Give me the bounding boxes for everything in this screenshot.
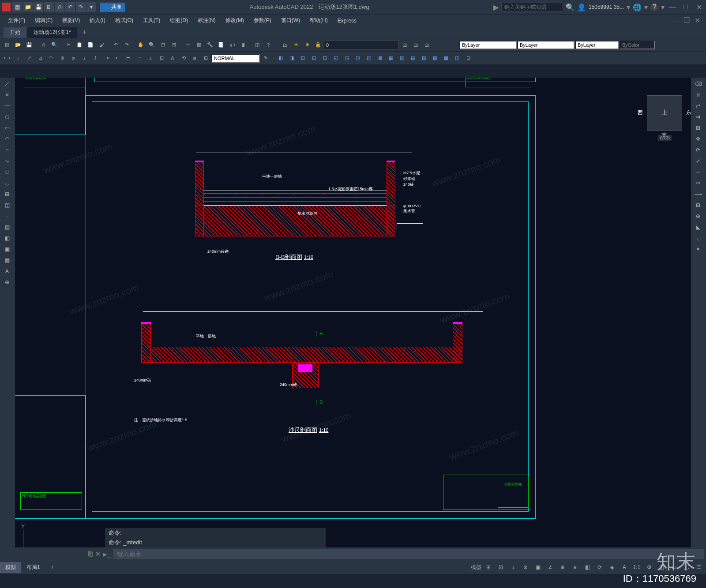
tool-polygon[interactable]: ⬠ bbox=[1, 112, 13, 122]
tb-m14[interactable]: ▧ bbox=[419, 53, 429, 63]
tb-layermatch[interactable]: 🗂 bbox=[421, 40, 432, 50]
tb-sheet[interactable]: 📑 bbox=[216, 40, 226, 50]
qat-redo[interactable]: ↷ bbox=[76, 2, 86, 12]
layer-dropdown[interactable] bbox=[324, 41, 399, 49]
st-scale[interactable]: 1:1 bbox=[631, 562, 642, 573]
tb-help[interactable]: ? bbox=[263, 40, 274, 50]
cmd-close-icon[interactable]: ✕ bbox=[95, 551, 101, 558]
menu-insert[interactable]: 插入(I) bbox=[85, 15, 109, 26]
tool-offset[interactable]: ⇉ bbox=[692, 112, 704, 122]
tb-dim3[interactable]: ⤢ bbox=[24, 53, 34, 63]
tb-dim7[interactable]: ⌀ bbox=[68, 53, 79, 63]
qat-more[interactable]: ▾ bbox=[86, 2, 96, 12]
tool-rect[interactable]: ▭ bbox=[1, 123, 13, 133]
linetype-select[interactable] bbox=[517, 41, 575, 49]
lineweight-select[interactable] bbox=[575, 41, 619, 49]
tb-print[interactable]: ⎙ bbox=[38, 40, 49, 50]
st-trans[interactable]: ◧ bbox=[582, 562, 593, 573]
tool-table[interactable]: ▦ bbox=[1, 255, 13, 266]
tb-zoom[interactable]: 🔍 bbox=[146, 40, 157, 50]
tool-line[interactable]: ／ bbox=[1, 79, 13, 89]
tb-dim13[interactable]: ⊣ bbox=[134, 53, 145, 63]
qat-new[interactable]: ▤ bbox=[12, 2, 22, 12]
tb-dimstyle[interactable]: ✎ bbox=[260, 53, 271, 63]
tb-pan[interactable]: ✋ bbox=[135, 40, 146, 50]
menu-help[interactable]: 帮助(H) bbox=[305, 15, 332, 26]
autodesk-app-icon[interactable]: 🌐 bbox=[633, 3, 642, 11]
tool-xline[interactable]: ✕ bbox=[1, 90, 13, 100]
st-cycle[interactable]: ⟳ bbox=[594, 562, 605, 573]
tb-dim6[interactable]: ⊕ bbox=[57, 53, 68, 63]
menu-draw[interactable]: 绘图(D) bbox=[165, 15, 192, 26]
menu-edit[interactable]: 编辑(E) bbox=[30, 15, 57, 26]
layout-model[interactable]: 模型 bbox=[0, 562, 21, 573]
tb-dim2[interactable]: ↕ bbox=[13, 53, 23, 63]
tool-ellipse[interactable]: ⬭ bbox=[1, 167, 13, 177]
tb-m18[interactable]: ⊡ bbox=[463, 53, 473, 63]
menu-dimension[interactable]: 标注(N) bbox=[193, 15, 220, 26]
tool-extend[interactable]: ⟶ bbox=[692, 189, 704, 199]
tool-chamfer[interactable]: ◣ bbox=[692, 222, 704, 232]
tb-dim12[interactable]: ⊢ bbox=[123, 53, 134, 63]
viewcube[interactable]: 上 西 东 南 bbox=[647, 95, 682, 131]
menu-modify[interactable]: 修改(M) bbox=[221, 15, 248, 26]
st-osnap[interactable]: ▣ bbox=[532, 562, 544, 573]
tb-layerprop[interactable]: 🗂 bbox=[280, 40, 290, 50]
dimstyle-select[interactable] bbox=[211, 54, 260, 63]
tb-m6[interactable]: ◱ bbox=[330, 53, 341, 63]
tool-erase[interactable]: ⌫ bbox=[692, 79, 704, 89]
tb-sun-icon[interactable]: ☀ bbox=[291, 40, 301, 50]
wcs-label[interactable]: WCS bbox=[658, 135, 672, 141]
tb-m15[interactable]: ▨ bbox=[430, 53, 440, 63]
tb-redo[interactable]: ↷ bbox=[121, 40, 132, 50]
st-3dosnap[interactable]: ◈ bbox=[606, 562, 618, 573]
st-ann[interactable]: A bbox=[619, 562, 630, 573]
tb-dim16[interactable]: A bbox=[167, 53, 178, 63]
tb-layerprev[interactable]: 🗂 bbox=[410, 40, 421, 50]
tb-dim4[interactable]: ⊿ bbox=[35, 53, 45, 63]
tb-lock-icon[interactable]: 🔓 bbox=[313, 40, 323, 50]
tab-file[interactable]: 运动场12张图1* bbox=[27, 27, 77, 38]
tb-props[interactable]: ☰ bbox=[183, 40, 193, 50]
close-button[interactable]: ✕ bbox=[694, 2, 704, 12]
tool-break[interactable]: ⊟ bbox=[692, 200, 704, 210]
tb-m13[interactable]: ▤ bbox=[408, 53, 418, 63]
st-polar[interactable]: ⊛ bbox=[520, 562, 531, 573]
tool-gradient[interactable]: ◧ bbox=[1, 233, 13, 243]
tb-m7[interactable]: ◲ bbox=[342, 53, 352, 63]
st-model[interactable]: 模型 bbox=[470, 562, 482, 573]
tb-block[interactable]: ◫ bbox=[252, 40, 263, 50]
tb-m2[interactable]: ◨ bbox=[286, 53, 297, 63]
tb-dim17[interactable]: ⟲ bbox=[178, 53, 189, 63]
tb-dim8[interactable]: ⟂ bbox=[79, 53, 90, 63]
tb-m3[interactable]: ⊡ bbox=[297, 53, 308, 63]
tool-fillet[interactable]: ◟ bbox=[692, 233, 704, 243]
st-gear[interactable]: ⚙ bbox=[643, 562, 655, 573]
tool-spline[interactable]: ∿ bbox=[1, 156, 13, 166]
tb-cut[interactable]: ✂ bbox=[63, 40, 74, 50]
qat-saveas[interactable]: 🗎 bbox=[44, 2, 54, 12]
tool-arc[interactable]: ◠ bbox=[1, 134, 13, 144]
help-search[interactable] bbox=[501, 3, 563, 11]
tb-preview[interactable]: 🔍 bbox=[49, 40, 60, 50]
tb-m17[interactable]: ◫ bbox=[452, 53, 462, 63]
tb-match[interactable]: 🖌 bbox=[96, 40, 107, 50]
qat-undo[interactable]: ↶ bbox=[65, 2, 75, 12]
drawing-canvas[interactable]: 铅球投掷区面 铁饼链球投掷区 田径场地基础图 沙坑剖面图 . · . · . ·… bbox=[15, 78, 691, 561]
tool-stretch[interactable]: ↔ bbox=[692, 167, 704, 177]
command-input[interactable] bbox=[113, 549, 704, 559]
qat-save[interactable]: 💾 bbox=[34, 2, 43, 12]
tb-m9[interactable]: ◰ bbox=[364, 53, 374, 63]
user-icon[interactable]: 👤 bbox=[577, 3, 586, 11]
search-icon[interactable]: 🔍 bbox=[566, 3, 575, 11]
tab-start[interactable]: 开始 bbox=[4, 27, 26, 38]
tb-undo[interactable]: ↶ bbox=[110, 40, 121, 50]
st-dyn[interactable]: ⊕ bbox=[557, 562, 568, 573]
tb-m10[interactable]: ⊠ bbox=[375, 53, 385, 63]
tb-save[interactable]: 💾 bbox=[24, 40, 34, 50]
menu-format[interactable]: 格式(O) bbox=[111, 15, 138, 26]
tool-move[interactable]: ✥ bbox=[692, 134, 704, 144]
tb-m12[interactable]: ▥ bbox=[397, 53, 407, 63]
tool-rotate[interactable]: ⟳ bbox=[692, 145, 704, 155]
menu-view[interactable]: 视图(V) bbox=[58, 15, 84, 26]
